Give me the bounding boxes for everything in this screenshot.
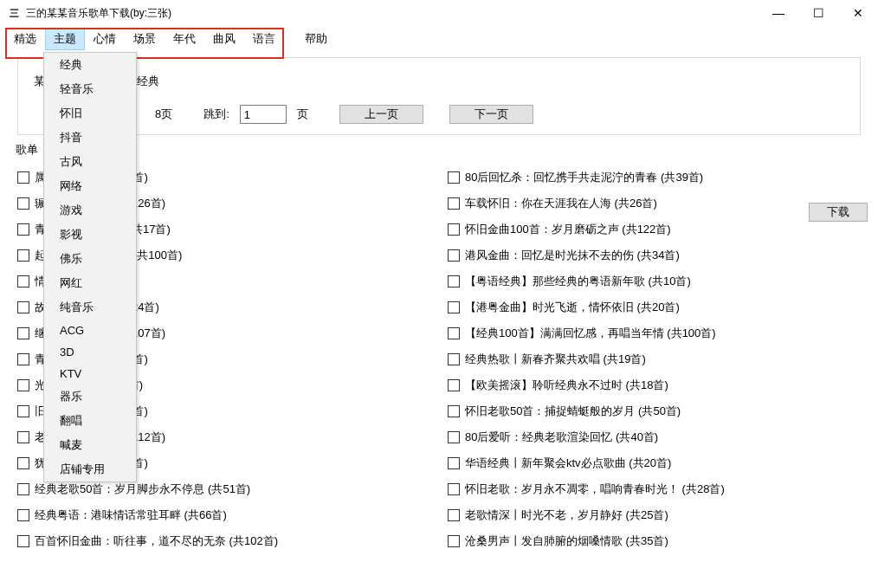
- list-item: 【欧美摇滚】聆听经典永不过时 (共18首): [448, 372, 861, 398]
- playlist-checkbox[interactable]: [17, 327, 29, 339]
- playlist-label: 【粤语经典】那些经典的粤语新年歌 (共10首): [465, 274, 691, 289]
- dropdown-item-15[interactable]: 翻唱: [44, 409, 136, 433]
- playlist-checkbox[interactable]: [448, 457, 460, 469]
- menu-item-3[interactable]: 场景: [125, 28, 165, 50]
- list-item: 【港粤金曲】时光飞逝，情怀依旧 (共20首): [448, 294, 861, 320]
- playlist-checkbox[interactable]: [448, 509, 460, 521]
- dropdown-item-16[interactable]: 喊麦: [44, 433, 136, 457]
- page-info: 8页: [155, 107, 172, 122]
- dropdown-item-1[interactable]: 轻音乐: [44, 77, 136, 101]
- playlist-checkbox[interactable]: [448, 197, 460, 210]
- playlist-checkbox[interactable]: [17, 457, 29, 469]
- playlist-checkbox[interactable]: [448, 249, 460, 262]
- menu-item-4[interactable]: 年代: [165, 28, 204, 50]
- playlist-checkbox[interactable]: [17, 431, 29, 443]
- playlist-checkbox[interactable]: [448, 535, 460, 547]
- playlist-header: 歌单: [16, 142, 861, 158]
- dropdown-item-8[interactable]: 佛乐: [44, 247, 136, 271]
- list-item: 百首怀旧金曲：听往事，道不尽的无奈 (共102首): [17, 528, 430, 554]
- playlist-checkbox[interactable]: [17, 405, 29, 417]
- list-item: 老歌情深丨时光不老，岁月静好 (共25首): [448, 502, 861, 528]
- jump-label: 跳到:: [203, 107, 229, 122]
- list-item: 经典热歌丨新春齐聚共欢唱 (共19首): [448, 346, 861, 372]
- playlist-checkbox[interactable]: [448, 275, 460, 288]
- close-button[interactable]: ✕: [838, 0, 878, 26]
- playlist-checkbox[interactable]: [448, 223, 460, 236]
- playlist-checkbox[interactable]: [17, 379, 29, 391]
- playlist-label: 【经典100首】满满回忆感，再唱当年情 (共100首): [465, 326, 716, 341]
- playlist-label: 经典热歌丨新春齐聚共欢唱 (共19首): [465, 352, 646, 367]
- menu-item-2[interactable]: 心情: [85, 28, 125, 50]
- prev-page-button[interactable]: 上一页: [339, 105, 423, 124]
- window-title: 三的某某音乐歌单下载(by:三张): [26, 6, 759, 21]
- download-button[interactable]: 下载: [809, 203, 868, 222]
- playlist-checkbox[interactable]: [17, 171, 29, 184]
- dropdown-item-4[interactable]: 古风: [44, 150, 136, 174]
- menu-item-1[interactable]: 主题: [45, 28, 85, 50]
- playlist-label: 百首怀旧金曲：听往事，道不尽的无奈 (共102首): [35, 533, 278, 549]
- jump-page-input[interactable]: [240, 105, 287, 124]
- dropdown-item-11[interactable]: ACG: [44, 320, 136, 341]
- pager-row: 8页 跳到: 页 上一页 下一页: [30, 105, 848, 124]
- dropdown-item-12[interactable]: 3D: [44, 341, 136, 363]
- playlist-checkbox[interactable]: [448, 405, 460, 417]
- playlist-checkbox[interactable]: [17, 275, 29, 288]
- maximize-button[interactable]: ☐: [798, 0, 838, 26]
- list-item: 港风金曲：回忆是时光抹不去的伤 (共34首): [448, 242, 861, 268]
- playlist-checkbox[interactable]: [17, 197, 29, 210]
- dropdown-item-6[interactable]: 游戏: [44, 198, 136, 223]
- next-page-button[interactable]: 下一页: [449, 105, 533, 124]
- list-item: 【经典100首】满满回忆感，再唱当年情 (共100首): [448, 320, 861, 346]
- dropdown-item-14[interactable]: 器乐: [44, 384, 136, 409]
- dropdown-item-5[interactable]: 网络: [44, 174, 136, 198]
- playlist-checkbox[interactable]: [17, 509, 29, 521]
- playlist-checkbox[interactable]: [17, 535, 29, 547]
- menu-item-6[interactable]: 语言: [244, 28, 284, 50]
- playlist-checkbox[interactable]: [448, 483, 460, 495]
- dropdown-item-2[interactable]: 怀旧: [44, 101, 136, 126]
- playlist-checkbox[interactable]: [448, 353, 460, 365]
- dropdown-item-7[interactable]: 影视: [44, 223, 136, 247]
- playlist-checkbox[interactable]: [17, 249, 29, 262]
- dropdown-item-17[interactable]: 店铺专用: [44, 457, 136, 481]
- playlist-label: 怀旧老歌50首：捕捉蜻蜓般的岁月 (共50首): [465, 404, 681, 419]
- dropdown-item-3[interactable]: 抖音: [44, 126, 136, 150]
- playlist-checkbox[interactable]: [448, 327, 460, 339]
- menu-item-5[interactable]: 曲风: [204, 28, 244, 50]
- playlist-label: 经典粤语：港味情话常驻耳畔 (共66首): [35, 507, 227, 523]
- playlist-checkbox[interactable]: [448, 171, 460, 184]
- filter-panel: 某某 经典 8页 跳到: 页 上一页 下一页: [17, 57, 861, 135]
- playlist-checkbox[interactable]: [448, 379, 460, 391]
- menu-item-7[interactable]: 帮助: [296, 28, 336, 50]
- playlist-checkbox[interactable]: [17, 223, 29, 236]
- dropdown-item-9[interactable]: 网红: [44, 271, 136, 295]
- dropdown-item-0[interactable]: 经典: [44, 53, 136, 77]
- playlist-checkbox[interactable]: [17, 301, 29, 313]
- playlist-label: 怀旧金曲100首：岁月磨砺之声 (共122首): [465, 222, 671, 237]
- panel-header: 某某 经典: [30, 74, 848, 89]
- list-item: 80后回忆杀：回忆携手共走泥泞的青春 (共39首): [448, 165, 861, 191]
- list-item: 【粤语经典】那些经典的粤语新年歌 (共10首): [448, 268, 861, 294]
- dropdown-item-10[interactable]: 纯音乐: [44, 295, 136, 320]
- playlist-label: 老歌情深丨时光不老，岁月静好 (共25首): [465, 507, 668, 523]
- titlebar: 三 三的某某音乐歌单下载(by:三张) — ☐ ✕: [0, 0, 878, 26]
- menu-item-0[interactable]: 精选: [5, 28, 45, 50]
- window-controls: — ☐ ✕: [759, 0, 878, 26]
- dropdown-item-13[interactable]: KTV: [44, 363, 136, 384]
- playlist-label: 怀旧老歌：岁月永不凋零，唱响青春时光！ (共28首): [465, 481, 725, 497]
- playlist-label: 80后爱听：经典老歌渲染回忆 (共40首): [465, 430, 658, 445]
- page-suffix-label: 页: [297, 107, 308, 122]
- list-item: 怀旧金曲100首：岁月磨砺之声 (共122首): [448, 216, 861, 242]
- playlist-checkbox[interactable]: [17, 353, 29, 365]
- playlist-checkbox[interactable]: [448, 431, 460, 443]
- theme-dropdown[interactable]: 经典轻音乐怀旧抖音古风网络游戏影视佛乐网红纯音乐ACG3DKTV器乐翻唱喊麦店铺…: [43, 52, 137, 482]
- playlist-label: 经典老歌50首：岁月脚步永不停息 (共51首): [35, 481, 250, 497]
- playlist-section: 歌单 属的光辉岁月 (共32首)辗转往事岁月轴 (共126首)青春，遗漏的经典 …: [17, 142, 861, 554]
- list-item: 80后爱听：经典老歌渲染回忆 (共40首): [448, 424, 861, 450]
- menubar: 精选主题心情场景年代曲风语言帮助: [0, 26, 878, 50]
- playlist-label: 【港粤金曲】时光飞逝，情怀依旧 (共20首): [465, 300, 680, 315]
- list-item: 经典粤语：港味情话常驻耳畔 (共66首): [17, 502, 430, 528]
- playlist-checkbox[interactable]: [17, 483, 29, 495]
- playlist-checkbox[interactable]: [448, 301, 460, 313]
- minimize-button[interactable]: —: [759, 0, 798, 26]
